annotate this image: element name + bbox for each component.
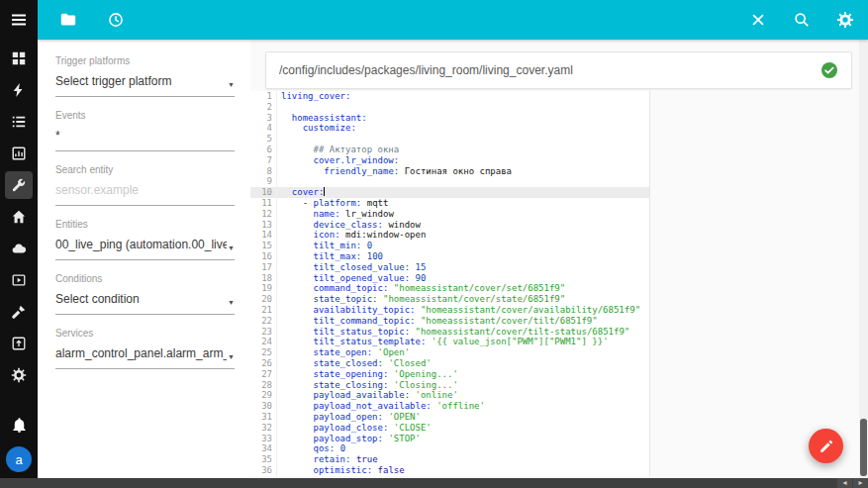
text-cursor — [324, 187, 325, 196]
code-line-24[interactable]: 24 tilt_status_template: '{{ value_json[… — [250, 337, 649, 347]
history-button[interactable] — [107, 11, 125, 29]
code-line-4[interactable]: 4 customize: — [250, 123, 649, 134]
field-services: Servicesalarm_control_panel.alarm_arm_aw… — [55, 328, 235, 369]
code-line-29[interactable]: 29 payload_available: 'online' — [250, 390, 649, 401]
code-line-28[interactable]: 28 state_closing: 'Closing...' — [250, 380, 649, 391]
horizontal-scrollbar[interactable]: ◂ ▸ — [0, 478, 868, 488]
scroll-left-icon[interactable]: ◂ — [837, 478, 852, 488]
select-conditions[interactable]: Select condition▼ — [55, 292, 235, 315]
sidebar-item-cloud[interactable] — [5, 235, 33, 262]
code-line-1[interactable]: 1living_cover: — [250, 91, 649, 102]
code-text: tilt_command_topic: "homeassistant/cover… — [277, 316, 598, 327]
field-label-entities: Entities — [55, 219, 235, 230]
select-trigger-platforms[interactable]: Select trigger platform▼ — [55, 74, 235, 97]
settings-button[interactable] — [836, 11, 854, 29]
close-button[interactable] — [749, 11, 767, 29]
select-services[interactable]: alarm_control_panel.alarm_arm_aw▼ — [55, 346, 235, 369]
sidebar-item-flash[interactable] — [5, 76, 33, 104]
code-text: state_opening: 'Opening...' — [277, 369, 458, 380]
code-text: friendly_name: Гостиная окно справа — [277, 166, 512, 177]
code-line-33[interactable]: 33 payload_stop: 'STOP' — [250, 434, 649, 444]
list-icon — [11, 114, 27, 130]
input-search-entity[interactable]: sensor.example — [55, 183, 235, 206]
code-text: name: lr_window — [277, 209, 394, 220]
code-line-32[interactable]: 32 payload_close: 'CLOSE' — [250, 423, 649, 434]
app-bar — [38, 0, 868, 40]
sidebar-item-media[interactable] — [5, 266, 33, 294]
sidebar-item-history[interactable] — [5, 140, 33, 167]
sidebar-item-hassio[interactable] — [5, 203, 33, 231]
line-number: 30 — [250, 401, 277, 412]
line-number: 22 — [250, 316, 277, 327]
code-line-31[interactable]: 31 payload_open: 'OPEN' — [250, 412, 649, 423]
code-editor[interactable]: 1living_cover:23 homeassistant:4 customi… — [250, 91, 650, 476]
line-number: 5 — [250, 134, 277, 145]
notifications-bell-icon[interactable] — [11, 417, 28, 434]
code-line-23[interactable]: 23 tilt_status_topic: "homeassistant/cov… — [250, 327, 649, 338]
field-trigger-platforms: Trigger platformsSelect trigger platform… — [55, 55, 235, 97]
hammer-icon — [11, 304, 27, 320]
sidebar-item-settings[interactable] — [5, 361, 33, 389]
code-line-3[interactable]: 3 homeassistant: — [250, 113, 649, 124]
code-line-5[interactable]: 5 — [250, 134, 649, 145]
code-line-2[interactable]: 2 — [250, 102, 649, 113]
line-number: 33 — [250, 434, 277, 444]
code-line-18[interactable]: 18 tilt_opened_value: 90 — [250, 273, 649, 284]
select-entities[interactable]: 00_live_ping (automation.00_live_pi▼ — [55, 238, 235, 260]
code-line-16[interactable]: 16 tilt_max: 100 — [250, 251, 649, 262]
gear-icon — [836, 11, 854, 29]
menu-button[interactable] — [0, 0, 38, 40]
field-value: Select condition — [55, 292, 227, 306]
field-label-search-entity: Search entity — [55, 164, 235, 175]
sidebar-item-tools[interactable] — [5, 298, 33, 326]
field-conditions: ConditionsSelect condition▼ — [55, 273, 235, 315]
folder-button[interactable] — [59, 11, 77, 29]
code-line-35[interactable]: 35 retain: true — [250, 454, 649, 465]
code-line-6[interactable]: 6 ## Актуатор окна — [250, 145, 649, 155]
code-line-8[interactable]: 8 friendly_name: Гостиная окно справа — [250, 166, 649, 177]
code-line-7[interactable]: 7 cover.lr_window: — [250, 155, 649, 166]
code-line-25[interactable]: 25 state_open: 'Open' — [250, 347, 649, 358]
vertical-scrollbar-thumb[interactable] — [860, 419, 867, 476]
scroll-right-icon[interactable]: ▸ — [853, 478, 868, 488]
code-line-15[interactable]: 15 tilt_min: 0 — [250, 241, 649, 251]
code-line-26[interactable]: 26 state_closed: 'Closed' — [250, 358, 649, 369]
user-avatar[interactable]: a — [6, 446, 32, 472]
code-line-27[interactable]: 27 state_opening: 'Opening...' — [250, 369, 649, 380]
field-label-events: Events — [55, 110, 235, 121]
edit-fab-button[interactable] — [809, 429, 843, 463]
code-text: state_closing: 'Closing...' — [277, 380, 458, 391]
code-line-30[interactable]: 30 payload_not_available: 'offline' — [250, 401, 649, 412]
code-line-36[interactable]: 36 optimistic: false — [250, 465, 649, 476]
sidebar-item-updater[interactable] — [5, 330, 33, 357]
line-number: 9 — [250, 176, 277, 187]
code-line-22[interactable]: 22 tilt_command_topic: "homeassistant/co… — [250, 316, 649, 327]
field-events: Events* — [55, 110, 235, 151]
search-button[interactable] — [793, 11, 811, 29]
code-line-17[interactable]: 17 tilt_closed_value: 15 — [250, 262, 649, 273]
sidebar-item-logbook[interactable] — [5, 108, 33, 136]
input-events[interactable]: * — [55, 129, 235, 151]
code-line-11[interactable]: 11 - platform: mqtt — [250, 198, 649, 209]
code-line-34[interactable]: 34 qos: 0 — [250, 443, 649, 454]
line-number: 13 — [250, 220, 277, 231]
code-line-9[interactable]: 9 — [250, 176, 649, 187]
sidebar-item-configurator[interactable] — [5, 171, 33, 199]
media-icon — [11, 272, 27, 288]
field-label-trigger-platforms: Trigger platforms — [55, 55, 235, 66]
code-line-20[interactable]: 20 state_topic: "homeassistant/cover/sta… — [250, 294, 649, 305]
sidebar-item-overview[interactable] — [5, 45, 33, 72]
code-line-21[interactable]: 21 availability_topic: "homeassistant/co… — [250, 305, 649, 316]
code-line-10[interactable]: 10 cover: — [250, 187, 649, 198]
vertical-scrollbar[interactable] — [859, 40, 868, 478]
code-text: cover.lr_window: — [277, 155, 399, 166]
line-number: 19 — [250, 283, 277, 294]
code-text: tilt_closed_value: 15 — [277, 262, 426, 273]
code-line-12[interactable]: 12 name: lr_window — [250, 209, 649, 220]
code-text: payload_not_available: 'offline' — [277, 401, 485, 412]
code-line-19[interactable]: 19 command_topic: "homeassistant/cover/s… — [250, 283, 649, 294]
code-line-14[interactable]: 14 icon: mdi:window-open — [250, 230, 649, 241]
code-text — [277, 134, 281, 145]
code-line-13[interactable]: 13 device_class: window — [250, 220, 649, 231]
line-number: 26 — [250, 358, 277, 369]
